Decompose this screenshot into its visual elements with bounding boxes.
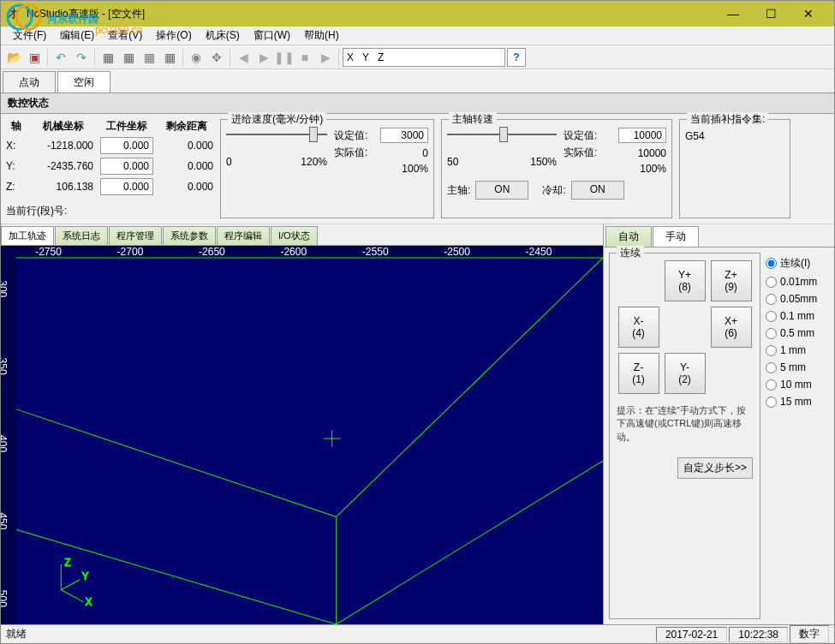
- coord-display: X Y Z: [343, 48, 505, 67]
- axis-x-lbl: X:: [6, 140, 27, 152]
- work-z[interactable]: 0.000: [100, 178, 153, 195]
- trajectory-viewport[interactable]: -2750 -2700 -2650 -2600 -2550 -2500 -245…: [1, 246, 603, 624]
- menu-window[interactable]: 窗口(W): [247, 27, 297, 45]
- coord-y: Y: [362, 51, 369, 63]
- spindle-act: 10000: [638, 147, 666, 159]
- arrow-left-icon[interactable]: ↶: [51, 48, 70, 67]
- spindle-slider[interactable]: [447, 134, 557, 156]
- svg-text:Z: Z: [64, 557, 70, 569]
- step-01[interactable]: 0.1 mm: [766, 310, 829, 322]
- feed-title: 进给速度(毫米/分钟): [228, 112, 326, 127]
- step-05[interactable]: 0.5 mm: [766, 327, 829, 339]
- pause-icon[interactable]: ❚❚: [275, 48, 294, 67]
- app-icon: 才: [8, 7, 21, 21]
- tab-log[interactable]: 系统日志: [55, 226, 108, 245]
- mid-tabs: 加工轨迹 系统日志 程序管理 系统参数 程序编辑 I/O状态: [1, 224, 603, 246]
- instruction-group: 当前插补指令集: G54: [679, 119, 790, 218]
- tab-program-edit[interactable]: 程序编辑: [217, 226, 270, 245]
- menu-bar: 文件(F) 编辑(E) 查看(V) 操作(O) 机床(S) 窗口(W) 帮助(H…: [1, 27, 834, 45]
- rem-z: 0.000: [160, 181, 213, 193]
- feed-slider[interactable]: [226, 134, 327, 156]
- arrow-right-icon[interactable]: ↷: [72, 48, 91, 67]
- step-continuous[interactable]: 连续(I): [766, 256, 829, 271]
- stop-icon[interactable]: ▣: [25, 48, 44, 67]
- forward-icon[interactable]: ▶: [316, 48, 335, 67]
- step-radios: 连续(I) 0.01mm 0.05mm 0.1 mm 0.5 mm 1 mm 5…: [766, 253, 829, 619]
- step-10[interactable]: 10 mm: [766, 379, 829, 391]
- svg-text:-2450: -2450: [526, 246, 552, 258]
- jog-y-minus[interactable]: Y- (2): [665, 353, 706, 394]
- jog-panel: 连续 Y+ (8) Z+ (9) X- (4) X+ (6) Z- (1) Y-…: [609, 253, 760, 619]
- tab-io-status[interactable]: I/O状态: [271, 226, 318, 245]
- svg-text:450: 450: [1, 512, 9, 529]
- backward-icon[interactable]: ◀: [234, 48, 253, 67]
- move-icon[interactable]: ✥: [207, 48, 226, 67]
- stop2-icon[interactable]: ■: [295, 48, 314, 67]
- origin-icon[interactable]: ◉: [187, 48, 206, 67]
- spindle-pct: 100%: [640, 163, 666, 175]
- grid-icon[interactable]: ▦: [160, 48, 179, 67]
- jog-x-minus[interactable]: X- (4): [618, 307, 659, 348]
- coolant-on-button[interactable]: ON: [571, 181, 624, 200]
- play-icon[interactable]: ▶: [254, 48, 273, 67]
- doc-blue-icon[interactable]: ▦: [119, 48, 138, 67]
- hdr-axis: 轴: [6, 119, 27, 134]
- tab-jog[interactable]: 点动: [3, 71, 56, 92]
- menu-file[interactable]: 文件(F): [6, 27, 53, 45]
- menu-operate[interactable]: 操作(O): [149, 27, 198, 45]
- mach-x: -1218.000: [33, 140, 93, 152]
- window-title: NcStudio高速版 - [空文件]: [27, 7, 145, 21]
- menu-edit[interactable]: 编辑(E): [53, 27, 101, 45]
- step-5[interactable]: 5 mm: [766, 361, 829, 373]
- svg-text:350: 350: [1, 358, 9, 375]
- maximize-button[interactable]: ☐: [752, 2, 790, 26]
- help-button[interactable]: ?: [507, 48, 526, 67]
- step-001[interactable]: 0.01mm: [766, 276, 829, 288]
- step-005[interactable]: 0.05mm: [766, 293, 829, 305]
- doc-red-icon[interactable]: ▦: [98, 48, 117, 67]
- jog-z-minus[interactable]: Z- (1): [618, 353, 659, 394]
- status-date: 2017-02-21: [656, 627, 727, 642]
- jog-z-plus[interactable]: Z+ (9): [711, 260, 752, 301]
- menu-help[interactable]: 帮助(H): [297, 27, 346, 45]
- jog-y-plus[interactable]: Y+ (8): [665, 260, 706, 301]
- step-1[interactable]: 1 mm: [766, 344, 829, 356]
- feed-group: 进给速度(毫米/分钟) 0120% 设定值:3000 实际值:0 100%: [220, 119, 434, 218]
- coords-group: 轴 机械坐标 工件坐标 剩余距离 X: -1218.000 0.000 0.00…: [6, 119, 213, 218]
- title-bar: 才 NcStudio高速版 - [空文件] — ☐ ✕: [1, 1, 834, 27]
- status-time: 10:22:38: [729, 627, 788, 642]
- work-y[interactable]: 0.000: [100, 158, 153, 175]
- tab-idle[interactable]: 空闲: [57, 71, 110, 92]
- mach-y: -2435.760: [33, 160, 93, 172]
- tab-manual[interactable]: 手动: [653, 226, 699, 247]
- doc-green-icon[interactable]: ▦: [140, 48, 158, 67]
- tab-program-mgmt[interactable]: 程序管理: [109, 226, 162, 245]
- spindle-group: 主轴转速 50150% 设定值:10000 实际值:10000 100% 主轴:…: [441, 119, 672, 218]
- menu-machine[interactable]: 机床(S): [199, 27, 247, 45]
- tab-auto[interactable]: 自动: [605, 226, 652, 247]
- mach-z: 106.138: [33, 181, 93, 193]
- feed-pct: 100%: [402, 163, 428, 175]
- spindle-on-button[interactable]: ON: [475, 181, 528, 200]
- svg-text:-2500: -2500: [444, 246, 470, 258]
- menu-view[interactable]: 查看(V): [101, 27, 149, 45]
- minimize-button[interactable]: —: [714, 2, 752, 26]
- svg-text:500: 500: [1, 590, 9, 607]
- work-x[interactable]: 0.000: [100, 137, 153, 154]
- close-button[interactable]: ✕: [790, 2, 827, 26]
- right-panel: 自动 手动 连续 Y+ (8) Z+ (9) X- (4) X+ (6) Z- …: [603, 224, 834, 624]
- open-icon[interactable]: 📂: [4, 48, 23, 67]
- svg-rect-4: [16, 258, 603, 624]
- feed-set[interactable]: 3000: [380, 128, 428, 143]
- jog-x-plus[interactable]: X+ (6): [711, 307, 752, 348]
- nc-status-panel: 轴 机械坐标 工件坐标 剩余距离 X: -1218.000 0.000 0.00…: [1, 114, 834, 224]
- spindle-set[interactable]: 10000: [618, 128, 666, 143]
- step-15[interactable]: 15 mm: [766, 396, 829, 408]
- jog-hint: 提示：在"连续"手动方式下，按下高速键(或CTRL键)则高速移动。: [617, 404, 753, 444]
- svg-text:-2650: -2650: [199, 246, 225, 258]
- status-ready: 就绪: [6, 627, 27, 641]
- axis-z-lbl: Z:: [6, 181, 27, 193]
- tab-trajectory[interactable]: 加工轨迹: [1, 226, 54, 245]
- custom-step-button[interactable]: 自定义步长>>: [677, 457, 753, 479]
- tab-sys-params[interactable]: 系统参数: [163, 226, 216, 245]
